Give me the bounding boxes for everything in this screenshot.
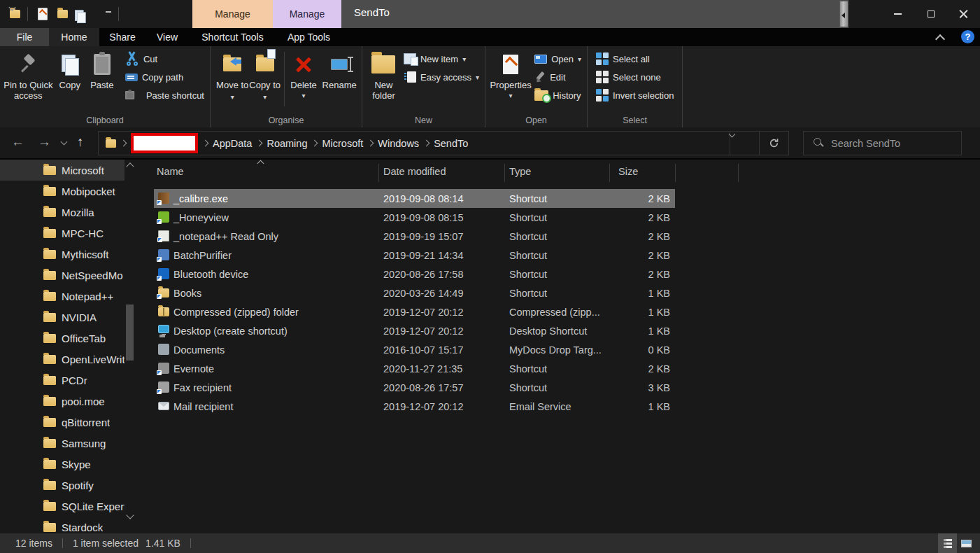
edit-button[interactable]: Edit [532,69,584,85]
breadcrumb-item[interactable]: AppData [213,138,252,149]
sidebar-folder-item[interactable]: OfficeTab [0,328,125,349]
breadcrumb-item[interactable]: Roaming [267,138,307,149]
tab-shortcut-tools[interactable]: Shortcut Tools [189,28,276,46]
forward-button[interactable]: → [38,134,51,150]
address-dropdown-button[interactable] [730,132,759,155]
up-button[interactable]: ↑ [77,134,84,150]
copy-to-button[interactable]: Copy to [248,49,280,102]
sidebar-folder-item[interactable]: NetSpeedMo [0,265,125,286]
tab-view[interactable]: View [145,28,189,46]
sidebar-folder-item[interactable]: Spotify [0,475,125,496]
breadcrumb-item[interactable]: Microsoft [322,138,363,149]
folder-icon[interactable] [10,10,20,18]
details-view-button[interactable] [938,533,957,553]
refresh-button[interactable] [759,132,788,155]
sidebar-folder-item[interactable]: Skype [0,454,125,475]
file-row[interactable]: Compressed (zipped) folder 2019-12-07 20… [154,302,675,321]
sidebar-folder-item[interactable]: Stardock [0,517,125,533]
sidebar-folder-item[interactable]: Microsoft [0,160,125,181]
copy-path-button[interactable]: Copy path [122,69,207,85]
column-resize-handle[interactable] [378,164,379,182]
file-row[interactable]: Documents 2016-10-07 15:17 MyDocs Drop T… [154,340,675,359]
help-icon[interactable]: ? [961,30,974,43]
file-row[interactable]: Books 2020-03-26 14:49 Shortcut 1 KB [154,284,675,302]
breadcrumb-item[interactable]: SendTo [434,138,468,149]
sidebar-scrollbar[interactable] [125,160,135,533]
sidebar-folder-item[interactable]: Samsung [0,433,125,454]
column-resize-handle[interactable] [738,164,739,182]
column-resize-handle[interactable] [609,164,610,182]
file-row[interactable]: Fax recipient 2020-08-26 17:57 Shortcut … [154,378,675,397]
sidebar-folder-item[interactable]: pooi.moe [0,391,125,412]
column-header-size[interactable]: Size [618,166,638,177]
customize-toolbar-icon[interactable] [106,11,111,17]
scrollbar-thumb[interactable] [126,304,134,360]
chevron-down-icon[interactable] [93,11,99,17]
paste-shortcut-button[interactable]: Paste shortcut [122,87,207,104]
tab-file[interactable]: File [0,28,49,46]
select-all-button[interactable]: Select all [593,50,676,67]
folder-icon[interactable] [57,10,68,18]
address-bar[interactable]: AppDataRoamingMicrosoftWindowsSendTo [98,131,789,155]
sidebar-folder-item[interactable]: OpenLiveWrit [0,349,125,370]
minimize-button[interactable] [881,0,914,28]
sidebar-folder-item[interactable]: NVIDIA [0,307,125,328]
scroll-up-icon[interactable] [126,162,134,170]
sidebar-folder-item[interactable]: qBittorrent [0,412,125,433]
maximize-button[interactable] [914,0,947,28]
file-row[interactable]: Bluetooth device 2020-08-26 17:58 Shortc… [154,265,675,284]
redacted-username-crumb[interactable] [131,133,198,153]
tab-share[interactable]: Share [99,28,145,46]
column-resize-handle[interactable] [504,164,505,182]
back-button[interactable]: ← [11,134,24,150]
contextual-tab-shortcut-tools[interactable]: Manage [192,0,273,28]
history-button[interactable]: History [532,87,584,104]
file-row[interactable]: Desktop (create shortcut) 2019-12-07 20:… [154,321,675,340]
close-button[interactable] [947,0,980,28]
search-input[interactable] [831,138,943,149]
new-item-button[interactable]: New item [401,50,482,67]
tab-home[interactable]: Home [49,28,99,46]
move-to-button[interactable]: Move to [216,49,248,102]
column-resize-handle[interactable] [675,164,676,182]
copy-button[interactable]: Copy [54,49,86,90]
sidebar-folder-item[interactable]: Notepad++ [0,286,125,307]
file-row[interactable]: Mail recipient 2019-12-07 20:12 Email Se… [154,397,675,416]
rename-button[interactable]: Rename [320,49,359,90]
new-folder-button[interactable]: New folder [369,49,398,101]
properties-icon[interactable] [38,8,48,20]
sidebar-folder-item[interactable]: MPC-HC [0,223,125,244]
column-header-type[interactable]: Type [509,166,531,177]
easy-access-button[interactable]: Easy access [401,69,482,85]
collapse-ribbon-chevron[interactable] [937,34,944,41]
pin-to-quick-access-button[interactable]: Pin to Quick access [3,49,54,101]
open-button[interactable]: Open [532,50,584,67]
column-header-name[interactable]: Name [157,166,184,177]
sidebar-folder-item[interactable]: PCDr [0,370,125,391]
file-row[interactable]: _Honeyview 2019-09-08 08:15 Shortcut 2 K… [154,208,675,227]
thumbnails-view-button[interactable] [957,533,976,553]
search-box[interactable] [803,131,962,155]
paste-button[interactable]: Paste [86,49,118,90]
file-row[interactable]: _calibre.exe 2019-09-08 08:14 Shortcut 2… [154,189,675,208]
delete-icon [294,55,313,74]
sidebar-folder-item[interactable]: SQLite Expert [0,496,125,517]
copy-icon[interactable] [75,10,82,18]
sidebar-folder-item[interactable]: Mobipocket [0,181,125,202]
select-none-button[interactable]: Select none [593,69,676,85]
properties-button[interactable]: Properties [490,49,532,101]
tab-app-tools[interactable]: App Tools [276,28,341,46]
sidebar-folder-item[interactable]: Mythicsoft [0,244,125,265]
scroll-down-icon[interactable] [126,511,134,519]
column-header-date-modified[interactable]: Date modified [383,166,446,177]
file-row[interactable]: Evernote 2020-11-27 21:35 Shortcut 2 KB [154,359,675,378]
breadcrumb-item[interactable]: Windows [378,138,419,149]
sidebar-folder-item[interactable]: Mozilla [0,202,125,223]
file-row[interactable]: BatchPurifier 2019-09-21 14:34 Shortcut … [154,246,675,265]
recent-locations-chevron[interactable] [62,139,67,145]
file-row[interactable]: _notepad++ Read Only 2019-09-19 15:07 Sh… [154,227,675,246]
cut-button[interactable]: Cut [122,50,207,67]
contextual-tab-app-tools[interactable]: Manage [273,0,341,28]
delete-button[interactable]: Delete [287,49,320,101]
invert-selection-button[interactable]: Invert selection [593,87,676,104]
